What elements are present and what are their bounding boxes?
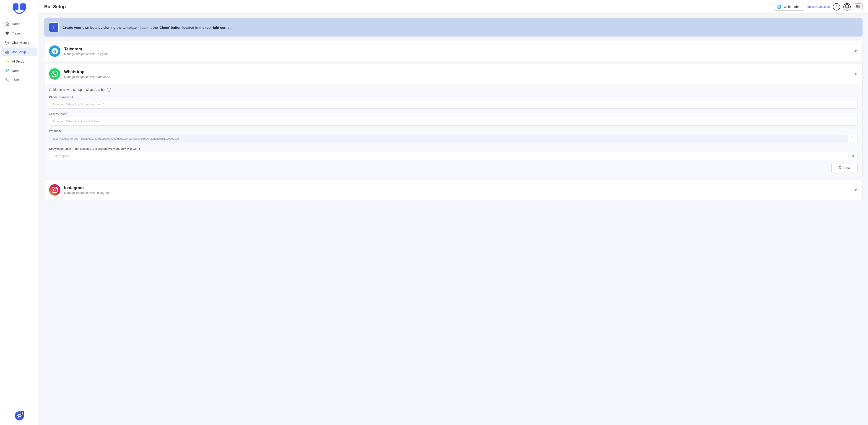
info-banner-text: Create your own bots by cloning the temp… — [62, 26, 231, 29]
whatsapp-body: Guide on how to set up a WhatsApp bot i … — [44, 84, 862, 177]
bot-setup-icon: 🤖 — [5, 50, 9, 54]
knowledge-base-select-wrapper: Select option ▼ — [49, 152, 858, 160]
access-token-label: Access Token — [49, 112, 858, 116]
telegram-info: Telegram Manage integration with Telegra… — [64, 47, 108, 56]
content-area: i Create your own bots by cloning the te… — [39, 14, 868, 425]
save-icon — [838, 166, 841, 170]
info-banner: i Create your own bots by cloning the te… — [44, 18, 863, 36]
telegram-icon — [49, 46, 60, 57]
training-icon: 🎓 — [5, 31, 9, 35]
instagram-icon — [49, 184, 60, 196]
user-email[interactable]: ubos@ubos.tech — [807, 5, 830, 8]
demo-icon: 💎 — [5, 68, 9, 73]
white-label-button[interactable]: 🌐 White Label — [773, 3, 804, 11]
whatsapp-title: WhatsApp — [64, 69, 110, 75]
sidebar-item-training[interactable]: 🎓 Training — [1, 29, 37, 38]
knowledge-base-select[interactable]: Select option — [49, 152, 858, 160]
guide-link[interactable]: Guide on how to set up a WhatsApp bot i — [49, 88, 858, 92]
header-right: 🌐 White Label ubos@ubos.tech ? 🇺🇸 — [773, 3, 863, 11]
help-icon: ? — [836, 5, 838, 9]
instagram-header[interactable]: Instagram Manage integration with Instag… — [44, 180, 862, 200]
webhook-group: Webhook — [49, 129, 858, 143]
whatsapp-header-left: WhatsApp Manage integration with WhatsAp… — [49, 68, 110, 80]
telegram-subtitle: Manage integration with Telegram — [64, 52, 108, 56]
sidebar-item-ai-setup[interactable]: ✨ AI Setup — [1, 57, 37, 66]
telegram-chevron: ▼ — [854, 49, 858, 54]
white-label-label: White Label — [783, 5, 800, 9]
whatsapp-chevron: ▲ — [854, 72, 858, 77]
copy-icon — [851, 137, 854, 141]
svg-rect-2 — [852, 138, 854, 140]
sidebar-item-bot-setup-label: Bot Setup — [12, 50, 26, 54]
webhook-row — [49, 134, 858, 143]
github-button[interactable] — [843, 3, 851, 10]
sidebar-item-demo[interactable]: 💎 Demo — [1, 66, 37, 75]
page-title: Bot Setup — [44, 4, 66, 9]
header: Bot Setup 🌐 White Label ubos@ubos.tech ?… — [39, 0, 868, 14]
access-token-group: Access Token — [49, 112, 858, 125]
sidebar: 🏠 Home 🎓 Training 💬 Chat History 🤖 Bot S… — [0, 0, 39, 425]
save-row: Save — [49, 164, 858, 172]
sidebar-item-demo-label: Demo — [12, 69, 20, 73]
phone-number-label: Phone Number ID — [49, 95, 858, 99]
chat-bubble-icon: 💬 — [17, 413, 22, 418]
instagram-header-left: Instagram Manage integration with Instag… — [49, 184, 110, 196]
tools-icon: 🔧 — [5, 78, 9, 82]
sidebar-item-training-label: Training — [12, 31, 23, 35]
info-banner-icon: i — [49, 22, 59, 32]
guide-info-icon: i — [107, 88, 111, 92]
sidebar-logo[interactable] — [11, 2, 27, 15]
sidebar-item-tools-label: Tools — [12, 78, 20, 82]
sidebar-bottom: 💬 1 — [0, 411, 38, 425]
sidebar-item-tools[interactable]: 🔧 Tools › — [1, 76, 37, 84]
telegram-card: Telegram Manage integration with Telegra… — [44, 41, 863, 61]
white-label-icon: 🌐 — [777, 5, 781, 9]
access-token-input[interactable] — [49, 117, 858, 125]
sidebar-item-home[interactable]: 🏠 Home — [1, 20, 37, 28]
instagram-info: Instagram Manage integration with Instag… — [64, 186, 110, 195]
instagram-subtitle: Manage integration with Instagram — [64, 191, 110, 195]
flag-icon: 🇺🇸 — [856, 5, 861, 9]
sidebar-item-chat-history[interactable]: 💬 Chat History — [1, 38, 37, 47]
telegram-header-left: Telegram Manage integration with Telegra… — [49, 46, 108, 57]
guide-text: Guide on how to set up a WhatsApp bot — [49, 88, 105, 91]
home-icon: 🏠 — [5, 22, 9, 26]
whatsapp-subtitle: Manage integration with WhatsApp — [64, 75, 110, 79]
github-icon — [845, 4, 849, 9]
knowledge-base-group: Knowledge base (If not selected, the cha… — [49, 147, 858, 160]
webhook-input[interactable] — [49, 135, 847, 143]
help-button[interactable]: ? — [833, 3, 840, 10]
knowledge-base-label: Knowledge base (If not selected, the cha… — [49, 147, 858, 150]
whatsapp-card: WhatsApp Manage integration with WhatsAp… — [44, 64, 863, 177]
whatsapp-icon — [49, 68, 60, 80]
copy-webhook-button[interactable] — [847, 134, 858, 143]
telegram-title: Telegram — [64, 47, 108, 52]
sidebar-navigation: 🏠 Home 🎓 Training 💬 Chat History 🤖 Bot S… — [0, 20, 38, 84]
sidebar-item-chat-history-label: Chat History — [12, 41, 29, 45]
instagram-chevron: ▼ — [854, 188, 858, 192]
ai-setup-icon: ✨ — [5, 59, 9, 63]
phone-number-group: Phone Number ID — [49, 95, 858, 109]
whatsapp-header[interactable]: WhatsApp Manage integration with WhatsAp… — [44, 64, 862, 84]
tools-expand-icon: › — [33, 79, 33, 82]
save-button[interactable]: Save — [831, 164, 858, 172]
phone-number-input[interactable] — [49, 100, 858, 109]
chat-history-icon: 💬 — [5, 40, 9, 45]
save-label: Save — [843, 166, 851, 170]
telegram-header[interactable]: Telegram Manage integration with Telegra… — [44, 41, 862, 61]
sidebar-item-bot-setup[interactable]: 🤖 Bot Setup — [1, 48, 37, 56]
chat-bubble-button[interactable]: 💬 1 — [15, 411, 24, 420]
sidebar-item-home-label: Home — [12, 22, 20, 26]
main-content: Bot Setup 🌐 White Label ubos@ubos.tech ?… — [39, 0, 868, 425]
sidebar-item-ai-setup-label: AI Setup — [12, 60, 24, 63]
whatsapp-info: WhatsApp Manage integration with WhatsAp… — [64, 69, 110, 79]
language-button[interactable]: 🇺🇸 — [854, 3, 863, 10]
instagram-card: Instagram Manage integration with Instag… — [44, 180, 863, 200]
instagram-title: Instagram — [64, 186, 110, 190]
chat-bubble-badge: 1 — [21, 411, 24, 415]
webhook-label: Webhook — [49, 129, 858, 133]
